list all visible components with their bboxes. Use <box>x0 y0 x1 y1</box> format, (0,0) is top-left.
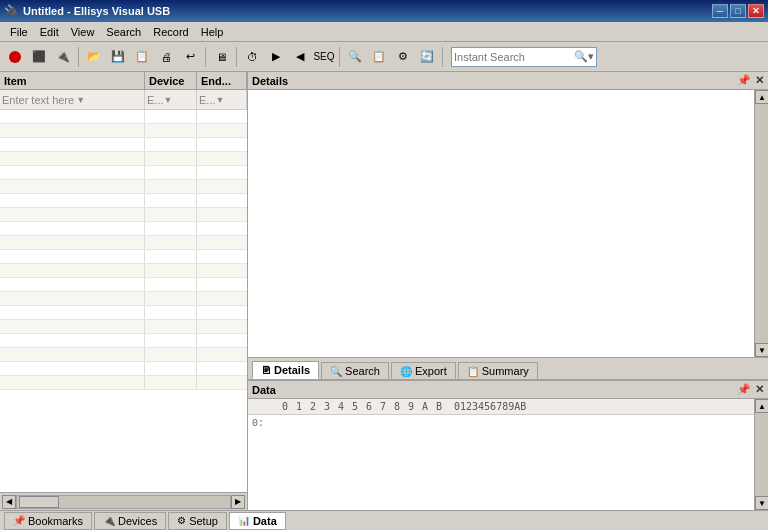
undo-icon: ↩ <box>186 50 195 63</box>
toolbar-stop-btn[interactable]: ⬛ <box>28 46 50 68</box>
scroll-right-btn[interactable]: ▶ <box>231 495 245 509</box>
filter-end-icon[interactable]: ▼ <box>216 95 225 105</box>
filter-row: Enter text here ▼ E... ▼ E... ▼ <box>0 90 247 110</box>
table-row[interactable] <box>0 124 247 138</box>
data-vscroll-track[interactable] <box>755 413 768 496</box>
menu-file[interactable]: File <box>4 24 34 40</box>
details-panel-header: Details 📌 ✕ <box>248 72 768 90</box>
left-horizontal-scrollbar[interactable]: ◀ ▶ <box>0 492 247 510</box>
maximize-button[interactable]: □ <box>730 4 746 18</box>
table-row[interactable] <box>0 250 247 264</box>
details-pin-btn[interactable]: 📌 <box>737 74 751 87</box>
bottom-tab-devices[interactable]: 🔌 Devices <box>94 512 166 530</box>
table-row[interactable] <box>0 110 247 124</box>
menu-edit[interactable]: Edit <box>34 24 65 40</box>
bookmarks-tab-label: Bookmarks <box>28 515 83 527</box>
toolbar-usb-btn[interactable]: 🔌 <box>52 46 74 68</box>
print-icon: 🖨 <box>161 51 172 63</box>
data-close-btn[interactable]: ✕ <box>755 383 764 396</box>
toolbar-time-btn[interactable]: ⏱ <box>241 46 263 68</box>
menu-bar: File Edit View Search Record Help <box>0 22 768 42</box>
minimize-button[interactable]: ─ <box>712 4 728 18</box>
tab-summary[interactable]: 📋 Summary <box>458 362 538 379</box>
toolbar-copy-btn[interactable]: 📋 <box>131 46 153 68</box>
details-vscroll[interactable]: ▲ ▼ <box>754 90 768 357</box>
table-row[interactable] <box>0 292 247 306</box>
table-row[interactable] <box>0 264 247 278</box>
table-row[interactable] <box>0 320 247 334</box>
table-row[interactable] <box>0 278 247 292</box>
instant-search-input[interactable] <box>454 51 574 63</box>
bottom-tab-setup[interactable]: ⚙ Setup <box>168 512 227 530</box>
table-row[interactable] <box>0 362 247 376</box>
data-content: 0 1 2 3 4 5 6 7 8 9 A B 0123456789AB <box>248 399 768 510</box>
back-icon: ◀ <box>296 50 304 63</box>
table-row[interactable] <box>0 222 247 236</box>
vscroll-up-btn[interactable]: ▲ <box>755 90 768 104</box>
right-panel: Details 📌 ✕ ▲ ▼ 🖹 Details 🔍 <box>248 72 768 510</box>
data-vscroll-up[interactable]: ▲ <box>755 399 768 413</box>
table-row[interactable] <box>0 236 247 250</box>
tab-export[interactable]: 🌐 Export <box>391 362 456 379</box>
ruler-1: 1 <box>292 401 306 412</box>
bottom-tab-data[interactable]: 📊 Data <box>229 512 286 530</box>
bottom-tab-bookmarks[interactable]: 📌 Bookmarks <box>4 512 92 530</box>
filter-end-cell: E... ▼ <box>197 90 247 109</box>
table-row[interactable] <box>0 194 247 208</box>
time-icon: ⏱ <box>247 51 258 63</box>
details-panel-controls: 📌 ✕ <box>737 74 764 87</box>
table-row[interactable] <box>0 138 247 152</box>
table-row[interactable] <box>0 376 247 390</box>
data-pin-btn[interactable]: 📌 <box>737 383 751 396</box>
close-button[interactable]: ✕ <box>748 4 764 18</box>
ruler-a: A <box>418 401 432 412</box>
toolbar-print-btn[interactable]: 🖨 <box>155 46 177 68</box>
toolbar-save-btn[interactable]: 💾 <box>107 46 129 68</box>
filter-device-icon[interactable]: ▼ <box>164 95 173 105</box>
details-content: ▲ ▼ <box>248 90 768 357</box>
table-row[interactable] <box>0 334 247 348</box>
tab-details[interactable]: 🖹 Details <box>252 361 319 379</box>
table-row[interactable] <box>0 348 247 362</box>
toolbar-play-btn[interactable]: ▶ <box>265 46 287 68</box>
search-dropdown-icon[interactable]: 🔍▾ <box>574 50 594 63</box>
toolbar-find-btn[interactable]: 🔍 <box>344 46 366 68</box>
toolbar-back-btn[interactable]: ◀ <box>289 46 311 68</box>
filter-item-icon[interactable]: ▼ <box>76 95 85 105</box>
details-panel: Details 📌 ✕ ▲ ▼ <box>248 72 768 358</box>
table-row[interactable] <box>0 152 247 166</box>
table-row[interactable] <box>0 180 247 194</box>
ruler-9: 9 <box>404 401 418 412</box>
toolbar-settings-btn[interactable]: ⚙ <box>392 46 414 68</box>
data-vscroll-down[interactable]: ▼ <box>755 496 768 510</box>
toolbar-undo-btn[interactable]: ↩ <box>179 46 201 68</box>
scroll-track[interactable] <box>16 495 231 509</box>
table-row[interactable] <box>0 208 247 222</box>
toolbar-open-btn[interactable]: 📂 <box>83 46 105 68</box>
filter-item-text: Enter text here <box>2 94 74 106</box>
vscroll-track[interactable] <box>755 104 768 343</box>
table-row[interactable] <box>0 306 247 320</box>
toolbar-monitor-btn[interactable]: 🖥 <box>210 46 232 68</box>
summary-tab-icon: 📋 <box>467 366 479 377</box>
ruler-b: B <box>432 401 446 412</box>
scroll-left-btn[interactable]: ◀ <box>2 495 16 509</box>
data-vscroll[interactable]: ▲ ▼ <box>754 399 768 510</box>
details-close-btn[interactable]: ✕ <box>755 74 764 87</box>
vscroll-down-btn[interactable]: ▼ <box>755 343 768 357</box>
toolbar-refresh-btn[interactable]: 🔄 <box>416 46 438 68</box>
toolbar: ⬛ 🔌 📂 💾 📋 🖨 ↩ 🖥 ⏱ ▶ ◀ SEQ 🔍 📋 ⚙ <box>0 42 768 72</box>
menu-help[interactable]: Help <box>195 24 230 40</box>
tab-search[interactable]: 🔍 Search <box>321 362 389 379</box>
toolbar-filter-btn[interactable]: 📋 <box>368 46 390 68</box>
play-icon: ▶ <box>272 50 280 63</box>
toolbar-seq-btn[interactable]: SEQ <box>313 46 335 68</box>
menu-search[interactable]: Search <box>100 24 147 40</box>
menu-view[interactable]: View <box>65 24 101 40</box>
menu-record[interactable]: Record <box>147 24 194 40</box>
title-bar: 🔌 Untitled - Ellisys Visual USB ─ □ ✕ <box>0 0 768 22</box>
setup-tab-label: Setup <box>189 515 218 527</box>
scroll-thumb[interactable] <box>19 496 59 508</box>
toolbar-record-btn[interactable] <box>4 46 26 68</box>
table-row[interactable] <box>0 166 247 180</box>
